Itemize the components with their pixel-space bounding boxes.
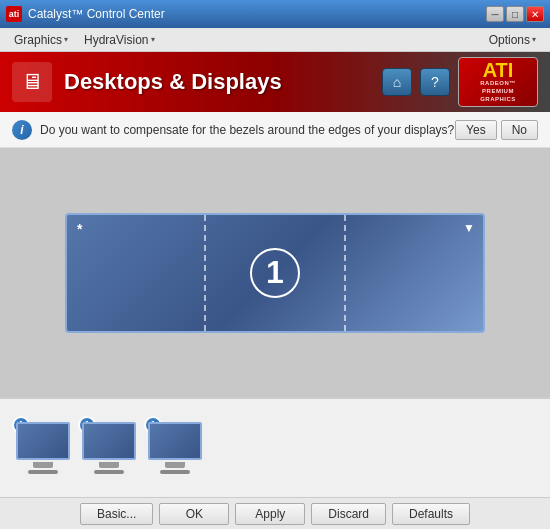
ati-taskbar-icon: ati	[6, 6, 22, 22]
title-bar-left: ati Catalyst™ Control Center	[6, 6, 165, 22]
dashed-divider-left	[204, 215, 206, 331]
apply-button[interactable]: Apply	[235, 503, 305, 525]
thumbnails-area: 1 ▾ 1 ▾ 1 ▾	[0, 397, 550, 497]
monitor-base-2	[94, 470, 124, 474]
hydravision-menu-arrow: ▾	[151, 35, 155, 44]
menu-bar: Graphics ▾ HydraVision ▾ Options ▾	[0, 28, 550, 52]
ati-logo: ATI RADEON™PREMIUMGRAPHICS	[458, 57, 538, 107]
no-button[interactable]: No	[501, 120, 538, 140]
page-header: 🖥 Desktops & Displays ⌂ ? ATI RADEON™PRE…	[0, 52, 550, 112]
help-button[interactable]: ?	[420, 68, 450, 96]
display-dropdown-arrow[interactable]: ▼	[463, 221, 475, 235]
help-icon: ?	[431, 74, 439, 90]
ati-logo-text: ATI	[483, 60, 514, 80]
monitor-stand-1	[33, 462, 53, 468]
monitor-stand-2	[99, 462, 119, 468]
monitor-screen-2	[82, 422, 136, 460]
options-menu[interactable]: Options ▾	[483, 31, 542, 49]
defaults-button[interactable]: Defaults	[392, 503, 470, 525]
monitor-thumb-3[interactable]: 1 ▾	[148, 422, 202, 474]
monitor-base-3	[160, 470, 190, 474]
graphics-menu-arrow: ▾	[64, 35, 68, 44]
menu-bar-left: Graphics ▾ HydraVision ▾	[8, 31, 161, 49]
notification-text: Do you want to compensate for the bezels…	[40, 123, 454, 137]
display-number-label: 1	[250, 248, 300, 298]
title-bar: ati Catalyst™ Control Center ─ □ ✕	[0, 0, 550, 28]
notification-buttons: Yes No	[455, 120, 538, 140]
home-button[interactable]: ⌂	[382, 68, 412, 96]
monitor-screen-3	[148, 422, 202, 460]
close-button[interactable]: ✕	[526, 6, 544, 22]
header-right: ⌂ ? ATI RADEON™PREMIUMGRAPHICS	[382, 57, 538, 107]
options-menu-arrow: ▾	[532, 35, 536, 44]
yes-button[interactable]: Yes	[455, 120, 497, 140]
window-title: Catalyst™ Control Center	[28, 7, 165, 21]
home-icon: ⌂	[393, 74, 401, 90]
main-content: * 1 ▼	[0, 148, 550, 397]
monitor-base-1	[28, 470, 58, 474]
displays-icon: 🖥	[21, 69, 43, 95]
page-title: Desktops & Displays	[64, 69, 282, 95]
primary-display-star: *	[77, 221, 82, 237]
graphics-menu[interactable]: Graphics ▾	[8, 31, 74, 49]
discard-button[interactable]: Discard	[311, 503, 386, 525]
bottom-toolbar: Basic... OK Apply Discard Defaults	[0, 497, 550, 529]
monitor-thumb-1[interactable]: 1 ▾	[16, 422, 70, 474]
header-icon-box: 🖥	[12, 62, 52, 102]
monitor-screen-1	[16, 422, 70, 460]
minimize-button[interactable]: ─	[486, 6, 504, 22]
monitor-thumb-2[interactable]: 1 ▾	[82, 422, 136, 474]
basic-button[interactable]: Basic...	[80, 503, 153, 525]
display-arrangement[interactable]: * 1 ▼	[65, 213, 485, 333]
notification-left: i Do you want to compensate for the beze…	[12, 120, 454, 140]
notification-bar: i Do you want to compensate for the beze…	[0, 112, 550, 148]
ati-logo-subtext: RADEON™PREMIUMGRAPHICS	[480, 80, 516, 103]
hydravision-menu[interactable]: HydraVision ▾	[78, 31, 160, 49]
dashed-divider-right	[344, 215, 346, 331]
maximize-button[interactable]: □	[506, 6, 524, 22]
header-left: 🖥 Desktops & Displays	[12, 62, 282, 102]
monitor-stand-3	[165, 462, 185, 468]
title-bar-controls: ─ □ ✕	[486, 6, 544, 22]
info-icon: i	[12, 120, 32, 140]
ok-button[interactable]: OK	[159, 503, 229, 525]
